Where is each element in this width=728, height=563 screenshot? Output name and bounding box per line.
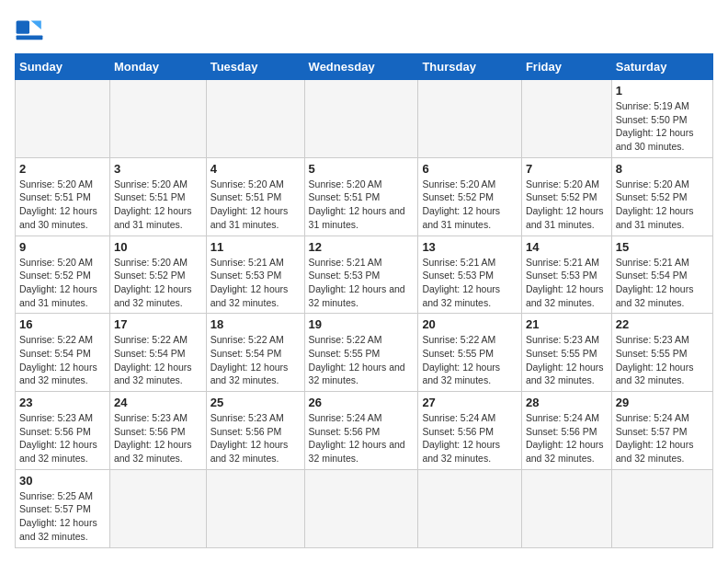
day-info: Sunrise: 5:20 AM Sunset: 5:52 PM Dayligh… [19, 256, 106, 310]
day-cell: 17Sunrise: 5:22 AM Sunset: 5:54 PM Dayli… [109, 314, 206, 392]
day-info: Sunrise: 5:23 AM Sunset: 5:56 PM Dayligh… [19, 411, 106, 465]
day-cell: 15Sunrise: 5:21 AM Sunset: 5:54 PM Dayli… [611, 236, 712, 314]
day-number: 11 [210, 240, 301, 254]
day-cell: 1Sunrise: 5:19 AM Sunset: 5:50 PM Daylig… [611, 80, 712, 158]
day-number: 27 [422, 396, 518, 409]
day-info: Sunrise: 5:21 AM Sunset: 5:53 PM Dayligh… [309, 256, 415, 310]
day-info: Sunrise: 5:24 AM Sunset: 5:56 PM Dayligh… [526, 411, 608, 465]
day-cell: 12Sunrise: 5:21 AM Sunset: 5:53 PM Dayli… [304, 236, 418, 314]
day-number: 2 [19, 162, 106, 176]
day-number: 18 [210, 317, 301, 331]
week-row-5: 23Sunrise: 5:23 AM Sunset: 5:56 PM Dayli… [16, 392, 713, 470]
day-info: Sunrise: 5:22 AM Sunset: 5:55 PM Dayligh… [422, 333, 518, 387]
day-number: 22 [616, 317, 709, 331]
svg-rect-0 [17, 20, 29, 33]
day-number: 30 [19, 474, 106, 488]
svg-rect-2 [17, 35, 43, 40]
day-info: Sunrise: 5:22 AM Sunset: 5:54 PM Dayligh… [210, 333, 301, 387]
day-number: 8 [616, 162, 709, 176]
day-number: 4 [210, 162, 301, 176]
day-cell [521, 469, 611, 547]
column-header-tuesday: Tuesday [206, 54, 304, 80]
day-cell: 25Sunrise: 5:23 AM Sunset: 5:56 PM Dayli… [206, 392, 304, 470]
day-number: 25 [210, 396, 301, 409]
day-number: 7 [526, 162, 608, 176]
day-cell [109, 80, 206, 158]
day-cell: 14Sunrise: 5:21 AM Sunset: 5:53 PM Dayli… [521, 236, 611, 314]
calendar-header-row: SundayMondayTuesdayWednesdayThursdayFrid… [16, 54, 713, 80]
day-number: 5 [309, 162, 415, 176]
day-info: Sunrise: 5:24 AM Sunset: 5:57 PM Dayligh… [616, 411, 709, 465]
day-number: 21 [526, 317, 608, 331]
day-cell: 6Sunrise: 5:20 AM Sunset: 5:52 PM Daylig… [418, 157, 522, 236]
day-cell: 13Sunrise: 5:21 AM Sunset: 5:53 PM Dayli… [418, 236, 522, 314]
day-number: 17 [114, 317, 202, 331]
column-header-sunday: Sunday [16, 54, 110, 80]
day-info: Sunrise: 5:21 AM Sunset: 5:54 PM Dayligh… [616, 256, 709, 310]
day-cell: 5Sunrise: 5:20 AM Sunset: 5:51 PM Daylig… [304, 157, 418, 236]
day-info: Sunrise: 5:23 AM Sunset: 5:56 PM Dayligh… [210, 411, 301, 465]
column-header-friday: Friday [521, 54, 611, 80]
day-cell: 22Sunrise: 5:23 AM Sunset: 5:55 PM Dayli… [611, 314, 712, 392]
week-row-6: 30Sunrise: 5:25 AM Sunset: 5:57 PM Dayli… [16, 469, 713, 547]
day-cell: 3Sunrise: 5:20 AM Sunset: 5:51 PM Daylig… [109, 157, 206, 236]
day-cell [418, 80, 522, 158]
logo [15, 15, 48, 44]
day-number: 14 [526, 240, 608, 254]
day-info: Sunrise: 5:21 AM Sunset: 5:53 PM Dayligh… [210, 256, 301, 310]
day-info: Sunrise: 5:23 AM Sunset: 5:55 PM Dayligh… [526, 333, 608, 387]
day-number: 15 [616, 240, 709, 254]
day-number: 20 [422, 317, 518, 331]
day-cell [206, 80, 304, 158]
day-info: Sunrise: 5:25 AM Sunset: 5:57 PM Dayligh… [19, 489, 106, 544]
day-info: Sunrise: 5:19 AM Sunset: 5:50 PM Dayligh… [616, 99, 709, 154]
day-cell: 30Sunrise: 5:25 AM Sunset: 5:57 PM Dayli… [16, 469, 110, 547]
day-cell: 26Sunrise: 5:24 AM Sunset: 5:56 PM Dayli… [304, 392, 418, 470]
week-row-4: 16Sunrise: 5:22 AM Sunset: 5:54 PM Dayli… [16, 314, 713, 392]
day-cell: 9Sunrise: 5:20 AM Sunset: 5:52 PM Daylig… [16, 236, 110, 314]
day-info: Sunrise: 5:20 AM Sunset: 5:51 PM Dayligh… [114, 178, 202, 232]
day-number: 23 [19, 396, 106, 409]
day-cell: 19Sunrise: 5:22 AM Sunset: 5:55 PM Dayli… [304, 314, 418, 392]
calendar-table: SundayMondayTuesdayWednesdayThursdayFrid… [15, 53, 713, 548]
day-number: 12 [309, 240, 415, 254]
header [15, 15, 713, 44]
day-cell: 21Sunrise: 5:23 AM Sunset: 5:55 PM Dayli… [521, 314, 611, 392]
column-header-saturday: Saturday [611, 54, 712, 80]
day-cell: 28Sunrise: 5:24 AM Sunset: 5:56 PM Dayli… [521, 392, 611, 470]
day-cell [611, 469, 712, 547]
day-cell [109, 469, 206, 547]
day-cell: 8Sunrise: 5:20 AM Sunset: 5:52 PM Daylig… [611, 157, 712, 236]
column-header-thursday: Thursday [418, 54, 522, 80]
day-cell: 23Sunrise: 5:23 AM Sunset: 5:56 PM Dayli… [16, 392, 110, 470]
day-info: Sunrise: 5:23 AM Sunset: 5:55 PM Dayligh… [616, 333, 709, 387]
day-number: 9 [19, 240, 106, 254]
day-cell: 7Sunrise: 5:20 AM Sunset: 5:52 PM Daylig… [521, 157, 611, 236]
day-info: Sunrise: 5:20 AM Sunset: 5:52 PM Dayligh… [526, 178, 608, 232]
day-number: 19 [309, 317, 415, 331]
week-row-3: 9Sunrise: 5:20 AM Sunset: 5:52 PM Daylig… [16, 236, 713, 314]
day-cell [521, 80, 611, 158]
day-number: 29 [616, 396, 709, 409]
day-info: Sunrise: 5:20 AM Sunset: 5:52 PM Dayligh… [616, 178, 709, 232]
day-number: 16 [19, 317, 106, 331]
week-row-1: 1Sunrise: 5:19 AM Sunset: 5:50 PM Daylig… [16, 80, 713, 158]
day-info: Sunrise: 5:23 AM Sunset: 5:56 PM Dayligh… [114, 411, 202, 465]
day-info: Sunrise: 5:21 AM Sunset: 5:53 PM Dayligh… [526, 256, 608, 310]
day-cell: 4Sunrise: 5:20 AM Sunset: 5:51 PM Daylig… [206, 157, 304, 236]
day-info: Sunrise: 5:24 AM Sunset: 5:56 PM Dayligh… [309, 411, 415, 465]
day-cell: 29Sunrise: 5:24 AM Sunset: 5:57 PM Dayli… [611, 392, 712, 470]
day-number: 13 [422, 240, 518, 254]
day-cell: 20Sunrise: 5:22 AM Sunset: 5:55 PM Dayli… [418, 314, 522, 392]
day-cell: 16Sunrise: 5:22 AM Sunset: 5:54 PM Dayli… [16, 314, 110, 392]
day-info: Sunrise: 5:22 AM Sunset: 5:54 PM Dayligh… [114, 333, 202, 387]
day-cell [304, 80, 418, 158]
column-header-monday: Monday [109, 54, 206, 80]
day-info: Sunrise: 5:20 AM Sunset: 5:52 PM Dayligh… [422, 178, 518, 232]
day-number: 28 [526, 396, 608, 409]
day-info: Sunrise: 5:20 AM Sunset: 5:51 PM Dayligh… [19, 178, 106, 232]
week-row-2: 2Sunrise: 5:20 AM Sunset: 5:51 PM Daylig… [16, 157, 713, 236]
day-cell [206, 469, 304, 547]
day-info: Sunrise: 5:22 AM Sunset: 5:55 PM Dayligh… [309, 333, 415, 387]
day-number: 10 [114, 240, 202, 254]
